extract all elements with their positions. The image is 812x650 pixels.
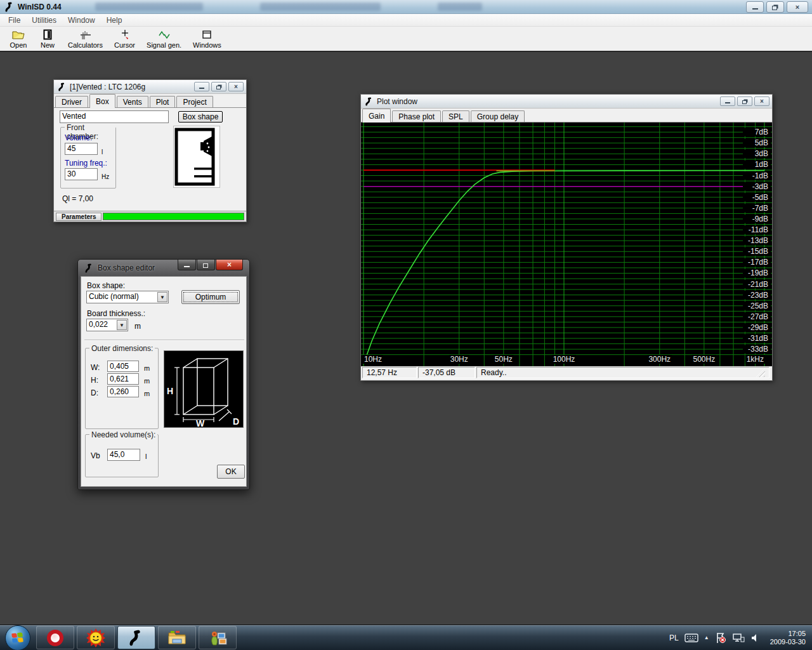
vented-status-strip: Parameters [54,211,246,222]
restore-icon[interactable] [737,96,752,106]
ok-button[interactable]: OK [217,465,245,479]
tab-gain[interactable]: Gain [362,109,391,123]
language-indicator[interactable]: PL [669,633,679,642]
taskbar-app-winisd[interactable] [117,626,155,649]
chevron-down-icon[interactable]: ▼ [117,320,127,330]
box-shape-editor-title: Box shape editor [98,263,155,272]
minimize-icon[interactable] [194,82,209,91]
svg-text:3dB: 3dB [755,149,768,158]
tuning-freq-field[interactable]: 30 [65,168,98,180]
menu-help[interactable]: Help [101,15,128,26]
tab-project[interactable]: Project [176,96,213,108]
menu-window[interactable]: Window [62,15,101,26]
box-shape-select[interactable]: Cubic (normal) ▼ [86,291,169,303]
clock-date: 2009-03-30 [770,638,806,646]
tab-plot[interactable]: Plot [150,96,176,108]
vented-window-title: [1]Vented : LTC 1206g [70,83,194,91]
restore-icon[interactable] [211,82,226,91]
board-thickness-unit: m [134,322,141,331]
svg-text:-29dB: -29dB [748,323,768,332]
box-shape-button[interactable]: Box shape [178,111,223,123]
minimize-icon[interactable] [178,260,196,270]
tab-vents[interactable]: Vents [117,96,148,108]
cursor-button[interactable]: Cursor [108,28,141,50]
parameters-progress-bar [103,213,244,220]
board-thickness-select[interactable]: 0,022 ▼ [86,319,128,331]
taskbar-app-explorer[interactable] [158,626,196,649]
vb-field[interactable]: 45,0 [107,449,140,461]
tab-group-delay[interactable]: Group delay [471,110,525,123]
opera-icon [47,630,63,646]
signal-gen-button[interactable]: Signal gen. [141,28,187,50]
vented-window-titlebar[interactable]: [1]Vented : LTC 1206g × [54,80,246,94]
windows-button[interactable]: Windows [187,28,227,50]
taskbar-clock[interactable]: 17:05 2009-03-30 [766,630,806,646]
taskbar-app-opera[interactable] [36,626,74,649]
start-button[interactable] [5,625,30,650]
close-icon[interactable]: × [216,260,243,270]
winisd-app-icon [58,83,67,91]
glass-reflection [95,3,203,11]
close-icon[interactable]: × [228,82,244,91]
main-titlebar: WinISD 0.44 × [0,0,812,14]
menu-utilities[interactable]: Utilities [26,15,62,26]
calculators-button[interactable]: Calculators [62,28,108,50]
svg-text:-19dB: -19dB [748,269,768,277]
restore-icon[interactable] [766,1,784,13]
vented-tabstrip: Driver Box Vents Plot Project [54,94,246,108]
plot-window-titlebar[interactable]: Plot window × [361,95,772,109]
board-thickness-label: Board thickness.: [87,309,145,318]
keyboard-icon[interactable] [684,633,698,642]
maximize-icon[interactable] [197,260,215,270]
cursor-frequency-readout: 12,57 Hz [362,367,417,378]
svg-text:100Hz: 100Hz [553,355,575,364]
action-center-flag-icon[interactable] [715,632,726,644]
optimum-button[interactable]: Optimum [181,290,240,304]
show-hidden-icons-icon[interactable]: ▲ [704,635,709,640]
height-label: H: [91,376,98,385]
parameters-tab[interactable]: Parameters [56,213,102,221]
open-button[interactable]: Open [4,28,33,50]
winisd-app-icon [4,2,15,12]
height-field[interactable]: 0,621 [107,373,139,385]
tab-driver[interactable]: Driver [55,96,88,108]
svg-text:1dB: 1dB [755,160,768,169]
width-field[interactable]: 0,405 [107,361,139,372]
menu-file[interactable]: File [3,15,26,26]
svg-text:-13dB: -13dB [748,236,768,245]
svg-text:-15dB: -15dB [748,247,768,256]
separator [84,340,244,341]
height-dim-label: H [167,386,173,396]
cursor-crosshair-icon [120,29,130,41]
box-shape-label: Box shape: [87,281,125,290]
chevron-down-icon[interactable]: ▼ [157,292,167,302]
minimize-icon[interactable] [746,1,764,13]
svg-text:30Hz: 30Hz [450,355,468,364]
desktop: WinISD 0.44 × File Utilities Window Help… [0,0,812,650]
tab-box[interactable]: Box [89,94,115,108]
box-3d-preview-panel: H W D [164,350,244,428]
close-icon[interactable]: × [754,96,769,106]
taskbar-app-photo-viewer[interactable] [199,626,237,649]
tab-spl[interactable]: SPL [442,110,469,123]
winisd-app-icon [84,263,94,273]
svg-text:-27dB: -27dB [748,312,768,321]
depth-field[interactable]: 0,260 [107,386,139,397]
box-type-field[interactable]: Vented [60,110,169,123]
close-icon[interactable]: × [787,1,808,13]
tab-phase-plot[interactable]: Phase plot [392,110,441,123]
resize-grip[interactable] [756,368,765,377]
volume-field[interactable]: 45 [65,143,98,155]
front-chamber-group: Front chamber: Volume: 45 l Tuning freq.… [60,127,116,189]
taskbar-app-messenger[interactable] [77,626,115,649]
svg-text:10Hz: 10Hz [364,355,382,364]
network-icon[interactable] [732,633,745,643]
depth-dim-label: D [233,416,239,427]
volume-icon[interactable] [750,633,761,643]
minimize-icon[interactable] [720,96,735,106]
svg-text:-25dB: -25dB [748,302,768,310]
winisd-icon [128,630,145,646]
width-unit: m [144,364,150,372]
plot-statusbar: 12,57 Hz -37,05 dB Ready.. [361,366,772,379]
new-button[interactable]: New [33,28,62,50]
